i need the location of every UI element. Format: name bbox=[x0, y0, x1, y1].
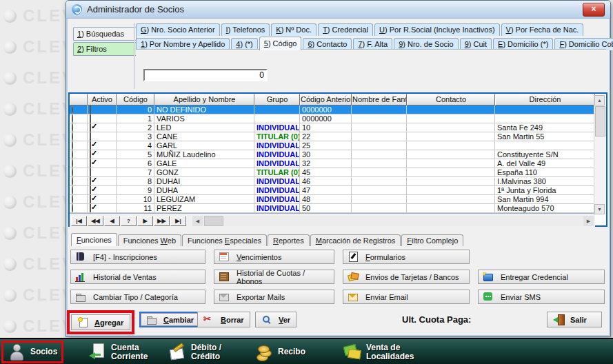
envios-de-tarjetas-bancos-button[interactable]: Envios de Tarjetas / Bancos bbox=[343, 270, 470, 284]
activo-cell[interactable] bbox=[88, 177, 117, 185]
tab-1-por-nombre-y-apellido[interactable]: 1) Por Nombre y Apellido bbox=[136, 38, 230, 50]
activo-cell[interactable] bbox=[88, 141, 117, 150]
taskbar-item-venta-de-localidades[interactable]: Venta de Localidades bbox=[343, 341, 414, 363]
grid-nav-button[interactable]: ? bbox=[121, 216, 137, 226]
horizontal-scrollbar[interactable]: ◀ ▶ bbox=[192, 216, 594, 226]
row-selector-cell[interactable] bbox=[70, 132, 88, 141]
close-button[interactable]: × bbox=[583, 3, 605, 17]
row-radio-icon[interactable] bbox=[72, 186, 73, 194]
taskbar-item-debito-credito[interactable]: Débito / Crédito bbox=[168, 341, 221, 363]
tab-v-por-fecha-de-nac[interactable]: V) Por Fecha de Nac. bbox=[501, 23, 584, 36]
grid-nav-button[interactable]: ▶ bbox=[137, 216, 153, 226]
activo-checkbox[interactable] bbox=[90, 141, 91, 150]
formularios-button[interactable]: Formularios bbox=[343, 250, 470, 264]
borrar-button[interactable]: ✂Borrar bbox=[197, 312, 250, 327]
grid-nav-button[interactable]: ◀◀ bbox=[88, 216, 103, 226]
side-tab-2-filtros[interactable]: 2) Filtros bbox=[73, 42, 137, 56]
row-selector-cell[interactable] bbox=[70, 204, 88, 212]
activo-cell[interactable] bbox=[88, 132, 117, 141]
row-radio-icon[interactable] bbox=[72, 204, 73, 212]
grid-nav-button[interactable]: ▶▶ bbox=[154, 216, 170, 226]
tab-4[interactable]: 4) (*) bbox=[231, 38, 257, 50]
tab-k-n-doc[interactable]: K) Nº Doc. bbox=[271, 23, 316, 36]
tab-9-nro-de-socio[interactable]: 9) Nro. de Socio bbox=[394, 38, 459, 50]
fn-tab-funciones-especiales[interactable]: Funciones Especiales bbox=[182, 234, 267, 246]
tab-5-codigo[interactable]: 5) Código bbox=[259, 37, 302, 50]
table-row[interactable]: 7GONZTITULAR (0)45España 110 bbox=[70, 168, 596, 177]
enviar-sms-button[interactable]: Enviar SMS bbox=[478, 290, 605, 304]
taskbar-item-recibo[interactable]: Recibo bbox=[255, 341, 305, 363]
activo-checkbox[interactable] bbox=[90, 186, 91, 194]
row-selector-cell[interactable] bbox=[70, 114, 88, 123]
row-selector-cell[interactable] bbox=[70, 168, 88, 176]
row-radio-icon[interactable] bbox=[72, 159, 73, 168]
row-radio-icon[interactable] bbox=[72, 141, 73, 150]
fn-tab-marcacion-de-registros[interactable]: Marcación de Registros bbox=[310, 234, 401, 246]
activo-cell[interactable] bbox=[88, 195, 117, 203]
column-header-activo[interactable]: Activo bbox=[88, 94, 117, 105]
activo-checkbox[interactable] bbox=[90, 168, 91, 176]
row-radio-icon[interactable] bbox=[72, 168, 73, 176]
tab-9-cuit[interactable]: 9) Cuit bbox=[460, 38, 492, 50]
column-header-grupo[interactable]: Grupo bbox=[254, 94, 300, 105]
f4-inscripciones-button[interactable]: [F4] - Inscripciones bbox=[70, 250, 205, 264]
scroll-right-icon[interactable]: ▶ bbox=[583, 216, 594, 226]
activo-cell[interactable] bbox=[88, 150, 117, 159]
row-selector-cell[interactable] bbox=[70, 177, 88, 185]
fn-tab-reportes[interactable]: Reportes bbox=[268, 234, 310, 246]
tab-6-contacto[interactable]: 6) Contacto bbox=[303, 38, 352, 50]
table-row[interactable]: 11PEREZINDIVIDUAL50Monteagudo 570 bbox=[70, 204, 596, 213]
activo-cell[interactable] bbox=[88, 105, 117, 114]
fn-tab-funciones[interactable]: Funciones bbox=[71, 233, 117, 246]
exportar-mails-button[interactable]: Exportar Mails bbox=[214, 290, 334, 304]
activo-checkbox[interactable] bbox=[90, 177, 91, 185]
column-header-codigo[interactable]: Código bbox=[117, 94, 154, 105]
row-selector-cell[interactable] bbox=[70, 150, 88, 159]
activo-checkbox[interactable] bbox=[90, 114, 91, 123]
agregar-button[interactable]: Agregar bbox=[71, 314, 130, 330]
enviar-email-button[interactable]: Enviar Email bbox=[343, 290, 470, 304]
vscroll-thumb[interactable] bbox=[595, 106, 605, 136]
codigo-filter-input[interactable] bbox=[143, 69, 268, 81]
table-row[interactable]: 3CANETITULAR (0)22San Martin 55 bbox=[70, 132, 596, 141]
activo-checkbox[interactable] bbox=[90, 150, 91, 159]
grid-nav-button[interactable]: |◀ bbox=[71, 216, 87, 226]
activo-checkbox[interactable] bbox=[90, 132, 91, 141]
taskbar-item-socios[interactable]: Socios bbox=[1, 341, 63, 363]
row-selector-cell[interactable] bbox=[70, 105, 88, 114]
row-radio-icon[interactable] bbox=[72, 105, 73, 114]
tab-u-por-r-social-incluye-inactivos[interactable]: U) Por R.Social (Incluye Inactivos) bbox=[374, 23, 500, 36]
table-row[interactable]: 10LEGUIZAMINDIVIDUAL48San Martin 994 bbox=[70, 195, 596, 204]
historial-de-ventas-button[interactable]: Historial de Ventas bbox=[70, 270, 205, 284]
tab-e-domicilio[interactable]: E) Domicilio (*) bbox=[493, 38, 553, 50]
tab-i-telefonos[interactable]: I) Telefonos bbox=[221, 23, 270, 36]
grid-nav-button[interactable]: ◀ bbox=[104, 216, 120, 226]
row-radio-icon[interactable] bbox=[72, 177, 73, 185]
fn-tab-funciones-web[interactable]: Funciones Web bbox=[118, 234, 181, 246]
column-header-nombre-de-fantasia[interactable]: Nombre de Fantasía bbox=[352, 94, 407, 105]
table-row[interactable]: 6GALEINDIVIDUAL32A. del Valle 49 bbox=[70, 159, 596, 168]
column-header-codigo-anterior[interactable]: Código Anterior bbox=[300, 94, 352, 105]
scroll-down-icon[interactable]: ▼ bbox=[594, 204, 605, 214]
activo-checkbox[interactable] bbox=[90, 159, 91, 168]
row-selector-cell[interactable] bbox=[70, 123, 88, 132]
table-row[interactable]: 0NO DEFINIDO0000000 bbox=[70, 105, 596, 114]
row-selector-cell[interactable] bbox=[70, 159, 88, 168]
column-header-selector[interactable] bbox=[70, 94, 88, 105]
row-radio-icon[interactable] bbox=[72, 195, 73, 203]
table-row[interactable]: 5MUÑIZ LaudelinoINDIVIDUAL30Constituyent… bbox=[70, 150, 596, 159]
table-row[interactable]: 1VARIOS0000000 bbox=[70, 114, 596, 123]
fn-tab-filtro-complejo[interactable]: Filtro Complejo bbox=[401, 234, 463, 246]
tab-g-nro-socio-anterior[interactable]: G) Nro. Socio Anterior bbox=[136, 23, 220, 36]
column-header-contacto[interactable]: Contacto bbox=[407, 94, 495, 105]
scroll-up-icon[interactable]: ▲ bbox=[594, 95, 605, 105]
table-row[interactable]: 8DUHAIINDIVIDUAL46I.Malvinas 380 bbox=[70, 177, 596, 186]
row-selector-cell[interactable] bbox=[70, 195, 88, 203]
tab-t-credencial[interactable]: T) Credencial bbox=[318, 23, 373, 36]
activo-cell[interactable] bbox=[88, 114, 117, 123]
row-radio-icon[interactable] bbox=[72, 123, 73, 132]
activo-cell[interactable] bbox=[88, 186, 117, 194]
activo-cell[interactable] bbox=[88, 123, 117, 132]
activo-checkbox[interactable] bbox=[90, 195, 91, 203]
activo-cell[interactable] bbox=[88, 204, 117, 212]
